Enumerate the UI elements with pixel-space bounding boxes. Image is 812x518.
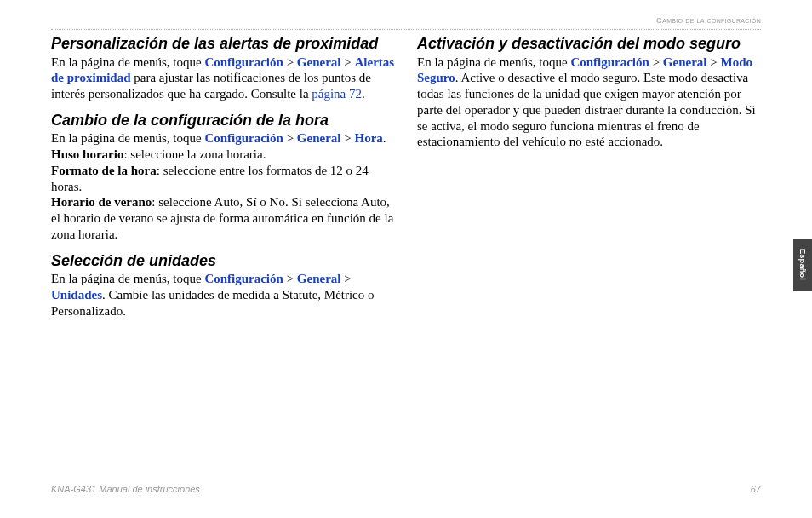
paragraph-units: En la página de menús, toque Configuraci…: [51, 271, 395, 319]
heading-alerts: Personalización de las alertas de proxim…: [51, 34, 395, 54]
nav-configuracion: Configuración: [204, 55, 283, 69]
label-formato-hora: Formato de la hora: [51, 164, 157, 177]
heading-time: Cambio de la configuración de la hora: [51, 111, 395, 130]
nav-configuracion: Configuración: [204, 131, 283, 145]
label-huso-horario: Huso horario: [51, 147, 123, 161]
paragraph-dst: Horario de verano: seleccione Auto, Sí o…: [51, 194, 395, 242]
nav-hora: Hora: [354, 131, 382, 145]
page-footer: KNA-G431 Manual de instrucciones 67: [51, 484, 761, 494]
nav-general: General: [663, 55, 707, 69]
nav-configuracion: Configuración: [204, 272, 283, 285]
nav-general: General: [297, 131, 341, 145]
paragraph-alerts: En la página de menús, toque Configuraci…: [51, 55, 395, 102]
running-header: Cambio de la configuración: [656, 15, 761, 25]
nav-general: General: [297, 272, 341, 285]
left-column: Personalización de las alertas de proxim…: [51, 34, 395, 319]
right-column: Activación y desactivación del modo segu…: [417, 34, 761, 319]
language-tab-espanol[interactable]: Español: [793, 239, 812, 291]
nav-configuracion: Configuración: [570, 55, 649, 69]
page-number: 67: [751, 484, 761, 494]
link-page-72[interactable]: página 72: [312, 87, 362, 101]
manual-page: Cambio de la configuración Personalizaci…: [0, 0, 812, 518]
heading-units: Selección de unidades: [51, 251, 395, 271]
paragraph-time-intro: En la página de menús, toque Configuraci…: [51, 130, 395, 147]
label-horario-verano: Horario de verano: [51, 195, 152, 209]
nav-general: General: [297, 55, 341, 69]
header-rule: [51, 29, 761, 30]
nav-unidades: Unidades: [51, 288, 102, 302]
paragraph-time-format: Formato de la hora: seleccione entre los…: [51, 163, 395, 195]
paragraph-safemode: En la página de menús, toque Configuraci…: [417, 55, 761, 151]
footer-title: KNA-G431 Manual de instrucciones: [51, 484, 200, 494]
content-columns: Personalización de las alertas de proxim…: [51, 34, 761, 319]
heading-safemode: Activación y desactivación del modo segu…: [417, 34, 761, 54]
paragraph-timezone: Huso horario: seleccione la zona horaria…: [51, 147, 395, 163]
